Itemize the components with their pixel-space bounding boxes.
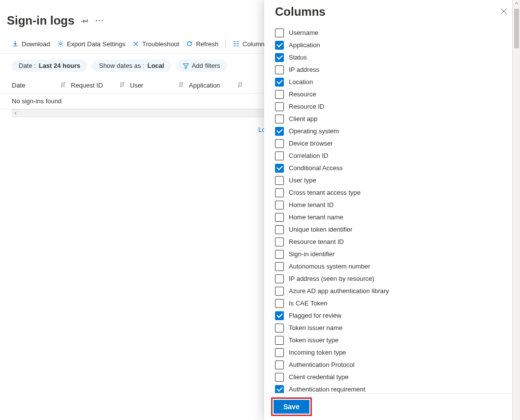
checkbox[interactable] <box>275 102 284 111</box>
download-label: Download <box>22 40 50 48</box>
troubleshoot-button[interactable]: Troubleshoot <box>132 40 179 48</box>
col-date-label: Date <box>12 82 25 89</box>
checkbox[interactable] <box>275 385 284 393</box>
checkbox[interactable] <box>275 336 284 345</box>
column-option[interactable]: Correlation ID <box>275 150 509 162</box>
show-dates-filter[interactable]: Show dates as : Local <box>92 60 171 72</box>
checkbox[interactable] <box>275 41 284 50</box>
column-option[interactable]: Resource tenant ID <box>275 236 509 248</box>
column-option[interactable]: Home tenant ID <box>275 199 509 211</box>
checkbox[interactable] <box>275 65 284 74</box>
checkbox[interactable] <box>275 250 284 259</box>
checkbox-label: Application <box>289 41 320 49</box>
column-option[interactable]: Incoming token type <box>275 346 509 359</box>
checkbox-label: IP address <box>289 66 319 73</box>
checkbox[interactable] <box>275 225 284 234</box>
column-option[interactable]: Autonomous system number <box>275 260 509 272</box>
checkbox[interactable] <box>275 274 284 283</box>
checkbox[interactable] <box>275 53 284 62</box>
column-option[interactable]: Resource <box>275 88 509 100</box>
checkbox[interactable] <box>275 324 284 332</box>
save-button[interactable]: Save <box>274 400 309 414</box>
checkbox-label: Location <box>289 78 313 86</box>
column-option[interactable]: Azure AD app authentication library <box>275 285 509 297</box>
column-option[interactable]: Is CAE Token <box>275 297 509 309</box>
export-label: Export Data Settings <box>67 40 125 48</box>
checkbox-label: Resource ID <box>289 103 324 110</box>
checkbox-label: Flagged for review <box>289 312 341 319</box>
column-option[interactable]: Unique token identifier <box>275 223 509 236</box>
refresh-button[interactable]: Refresh <box>186 40 218 48</box>
column-option[interactable]: Authentication requirement <box>275 383 509 393</box>
column-option[interactable]: Token issuer name <box>275 322 509 334</box>
checkbox[interactable] <box>275 287 284 296</box>
checkbox[interactable] <box>275 115 284 123</box>
column-option[interactable]: Home tenant name <box>275 211 509 223</box>
checkbox-label: Username <box>289 29 318 36</box>
column-option[interactable]: Username <box>275 27 509 39</box>
checkbox[interactable] <box>275 360 284 369</box>
column-option[interactable]: Device browser <box>275 137 509 150</box>
checkbox-label: Is CAE Token <box>289 300 328 307</box>
column-option[interactable]: Operating system <box>275 125 509 137</box>
column-option[interactable]: Client app <box>275 113 509 125</box>
sort-icon <box>119 82 125 89</box>
checkbox[interactable] <box>275 151 284 160</box>
checkbox[interactable] <box>275 29 284 37</box>
more-icon[interactable] <box>95 16 104 25</box>
svg-point-3 <box>60 43 61 45</box>
pin-icon[interactable] <box>80 16 89 25</box>
export-settings-button[interactable]: Export Data Settings <box>57 40 125 48</box>
column-option[interactable]: Flagged for review <box>275 309 509 322</box>
close-icon[interactable] <box>498 6 509 18</box>
scrollbar-thumb[interactable] <box>514 9 519 48</box>
date-filter-value: Last 24 hours <box>39 62 81 69</box>
checkbox[interactable] <box>275 164 284 173</box>
column-option[interactable]: Resource ID <box>275 100 509 113</box>
column-option[interactable]: Location <box>275 76 509 88</box>
vertical-scrollbar[interactable] <box>512 0 520 420</box>
col-user[interactable]: User <box>130 78 189 93</box>
checkbox-label: Home tenant ID <box>289 201 334 209</box>
column-option[interactable]: Cross tenant access type <box>275 186 509 199</box>
checkbox[interactable] <box>275 262 284 271</box>
col-application-label: Application <box>189 82 220 89</box>
checkbox[interactable] <box>275 373 284 382</box>
download-button[interactable]: Download <box>12 40 50 48</box>
column-option[interactable]: IP address (seen by resource) <box>275 272 509 285</box>
checkbox[interactable] <box>275 213 284 222</box>
col-application[interactable]: Application <box>189 78 248 93</box>
column-option[interactable]: Status <box>275 51 509 63</box>
checkbox[interactable] <box>275 238 284 246</box>
checkbox[interactable] <box>275 201 284 210</box>
checkbox-label: Client app <box>289 115 318 122</box>
checkbox[interactable] <box>275 299 284 308</box>
column-option[interactable]: Token issuer type <box>275 334 509 346</box>
column-option[interactable]: Sign-in identifier <box>275 248 509 260</box>
checkbox[interactable] <box>275 90 284 99</box>
col-date[interactable]: Date <box>12 78 71 93</box>
column-option[interactable]: Conditional Access <box>275 162 509 174</box>
column-option[interactable]: IP address <box>275 63 509 76</box>
checkbox[interactable] <box>275 311 284 320</box>
add-filters-button[interactable]: Add filters <box>176 60 227 72</box>
checkbox[interactable] <box>275 348 284 357</box>
checkbox[interactable] <box>275 127 284 136</box>
columns-button[interactable]: Columns <box>233 40 268 48</box>
checkbox[interactable] <box>275 78 284 87</box>
column-option[interactable]: Authentication Protocol <box>275 359 509 371</box>
load-more-link[interactable]: Load <box>12 117 273 133</box>
checkbox-label: Conditional Access <box>289 164 343 172</box>
column-option[interactable]: Application <box>275 39 509 51</box>
column-option[interactable]: User type <box>275 174 509 186</box>
checkbox-label: Operating system <box>289 127 339 135</box>
checkbox[interactable] <box>275 176 284 185</box>
checkbox[interactable] <box>275 139 284 148</box>
column-option[interactable]: Client credential type <box>275 371 509 383</box>
checkbox-label: Autonomous system number <box>289 263 370 270</box>
col-request-id[interactable]: Request ID <box>71 78 130 93</box>
checkbox[interactable] <box>275 188 284 197</box>
checkbox-label: Client credential type <box>289 373 348 381</box>
save-highlight: Save <box>271 397 312 416</box>
date-filter[interactable]: Date : Last 24 hours <box>12 60 87 72</box>
